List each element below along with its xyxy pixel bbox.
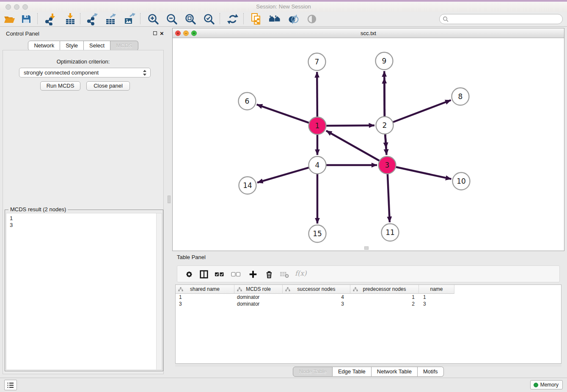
- table-cell[interactable]: dominator: [234, 301, 283, 307]
- node-6[interactable]: 6: [239, 93, 256, 110]
- control-panel-close-icon[interactable]: ×: [160, 30, 164, 36]
- column-header-predecessor-nodes[interactable]: predecessor nodes: [350, 285, 419, 294]
- zoom-in-icon[interactable]: [147, 13, 160, 25]
- canvas-scroll-thumb[interactable]: [364, 246, 369, 250]
- search-input[interactable]: [451, 15, 560, 24]
- table-cell[interactable]: 1: [176, 294, 234, 301]
- table-cell[interactable]: 4: [283, 294, 350, 301]
- export-image-icon[interactable]: [123, 13, 136, 25]
- run-mcds-button[interactable]: Run MCDS: [40, 81, 80, 91]
- node-table[interactable]: shared nameMCDS rolesuccessor nodesprede…: [175, 284, 561, 364]
- import-network-icon[interactable]: [44, 13, 57, 25]
- search-field[interactable]: [439, 14, 563, 24]
- delete-table-icon[interactable]: [280, 270, 289, 279]
- network-window-title: scc.txt: [173, 30, 564, 36]
- table-cell[interactable]: 3: [419, 301, 454, 307]
- table-row[interactable]: 1dominator411: [176, 294, 561, 301]
- table-tab-motifs[interactable]: Motifs: [418, 367, 444, 377]
- close-panel-button[interactable]: Close panel: [86, 81, 130, 91]
- node-10[interactable]: 10: [453, 173, 470, 190]
- panel-splitter-handle[interactable]: [168, 196, 171, 203]
- toolbar-separator: [220, 13, 220, 24]
- open-file-icon[interactable]: [3, 13, 16, 25]
- table-header-row: shared nameMCDS rolesuccessor nodesprede…: [176, 285, 561, 294]
- table-row[interactable]: 3dominator323: [176, 301, 561, 307]
- tab-style[interactable]: Style: [60, 41, 84, 51]
- table-cell[interactable]: dominator: [234, 294, 283, 301]
- table-cell[interactable]: 3: [283, 301, 350, 307]
- network-graph: 7968124314101511: [173, 38, 564, 251]
- apply-layout-icon[interactable]: [226, 13, 239, 25]
- show-graphics-details-icon[interactable]: [306, 13, 318, 25]
- edge-4-14[interactable]: [257, 168, 309, 182]
- column-header-name[interactable]: name: [419, 285, 454, 294]
- zoom-fit-icon[interactable]: [184, 13, 197, 25]
- delete-icon[interactable]: [264, 270, 274, 279]
- edge-2-9-dup[interactable]: [384, 78, 385, 116]
- mcds-result-area[interactable]: 13: [6, 213, 162, 370]
- svg-text:10: 10: [457, 177, 466, 185]
- add-icon[interactable]: [248, 270, 258, 279]
- node-2[interactable]: 2: [376, 117, 394, 134]
- node-9[interactable]: 9: [376, 52, 393, 70]
- svg-text:11: 11: [385, 228, 395, 237]
- column-header-MCDS-role[interactable]: MCDS role: [234, 285, 283, 294]
- node-7[interactable]: 7: [308, 53, 326, 71]
- toolbar-separator: [243, 13, 244, 24]
- node-4[interactable]: 4: [309, 157, 326, 174]
- deselect-all-icon[interactable]: [231, 270, 242, 279]
- export-table-icon[interactable]: [105, 13, 117, 25]
- node-15[interactable]: 15: [309, 225, 326, 243]
- node-14[interactable]: 14: [239, 177, 256, 194]
- edge-2-3-dup[interactable]: [385, 134, 386, 148]
- control-panel-tabs: NetworkStyleSelectMCDS: [0, 41, 166, 51]
- task-history-button[interactable]: [4, 380, 17, 390]
- table-cell[interactable]: 2: [350, 301, 419, 307]
- edge-3-10[interactable]: [396, 167, 451, 179]
- control-panel-float-icon[interactable]: [153, 31, 157, 35]
- tab-mcds[interactable]: MCDS: [110, 41, 138, 51]
- svg-text:4: 4: [315, 161, 320, 169]
- tab-network[interactable]: Network: [28, 41, 60, 51]
- edge-3-11[interactable]: [388, 174, 390, 222]
- table-tab-node-table[interactable]: Node Table: [293, 367, 333, 377]
- network-window-titlebar[interactable]: × − + scc.txt: [173, 28, 564, 38]
- column-header-shared-name[interactable]: shared name: [176, 285, 234, 294]
- table-cell[interactable]: 3: [176, 301, 234, 307]
- tab-select[interactable]: Select: [84, 41, 110, 51]
- network-canvas[interactable]: 7968124314101511: [173, 38, 564, 251]
- svg-text:2: 2: [383, 121, 387, 130]
- edge-1-6[interactable]: [257, 105, 309, 123]
- result-line: 1: [10, 215, 13, 222]
- home-icon[interactable]: [268, 13, 281, 25]
- column-header-successor-nodes[interactable]: successor nodes: [283, 285, 350, 294]
- edge-2-8[interactable]: [393, 100, 451, 122]
- table-cell[interactable]: 1: [350, 294, 419, 301]
- insert-column-icon[interactable]: [199, 270, 209, 279]
- select-all-icon[interactable]: [215, 270, 226, 279]
- edge-1-2[interactable]: [326, 125, 374, 126]
- network-from-file-icon[interactable]: [250, 13, 262, 25]
- node-11[interactable]: 11: [382, 224, 399, 241]
- table-tab-edge-table[interactable]: Edge Table: [333, 367, 372, 377]
- table-hscroll-area[interactable]: [175, 364, 561, 367]
- table-tab-network-table[interactable]: Network Table: [372, 367, 418, 377]
- import-table-icon[interactable]: [64, 13, 77, 25]
- table-cell[interactable]: 1: [419, 294, 454, 301]
- zoom-selected-icon[interactable]: [203, 13, 215, 25]
- edge-3-1[interactable]: [326, 131, 380, 161]
- visual-styles-icon[interactable]: [287, 13, 300, 25]
- edge-1-7[interactable]: [317, 72, 317, 117]
- node-8[interactable]: 8: [452, 88, 469, 105]
- result-scrollbar[interactable]: [156, 213, 162, 370]
- node-3[interactable]: 3: [379, 157, 396, 174]
- memory-button[interactable]: Memory: [530, 380, 563, 389]
- optimization-criterion-dropdown[interactable]: strongly connected component: [19, 68, 151, 77]
- settings-gear-icon[interactable]: [184, 270, 194, 279]
- node-1[interactable]: 1: [309, 117, 326, 135]
- save-session-icon[interactable]: [20, 13, 33, 25]
- zoom-out-icon[interactable]: [165, 13, 178, 25]
- table-toolbar: f(x): [177, 265, 560, 282]
- export-network-icon[interactable]: [86, 13, 99, 25]
- mcds-panel: Optimization criterion: strongly connect…: [3, 50, 164, 374]
